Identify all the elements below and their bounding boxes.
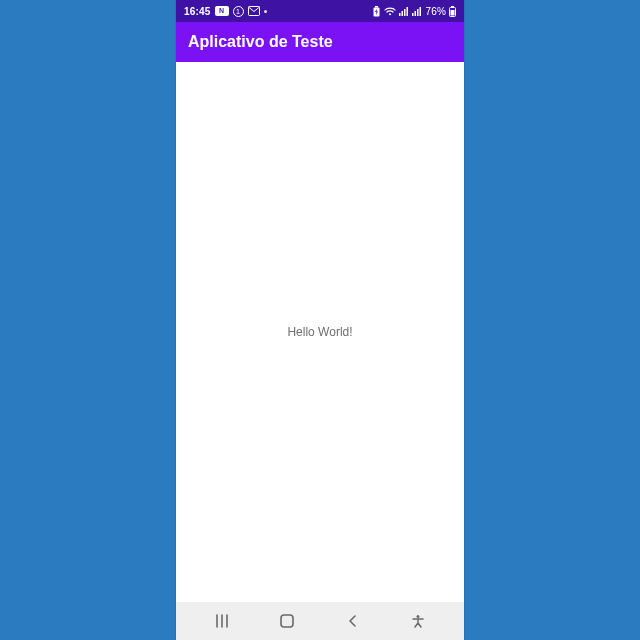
svg-rect-4 [399,13,401,16]
accessibility-icon [411,614,425,628]
app-content: Hello World! [176,62,464,602]
svg-rect-8 [412,13,414,16]
notification-count-icon: 1 [233,6,244,17]
svg-rect-2 [375,6,378,8]
nav-accessibility-button[interactable] [398,606,438,636]
nfc-icon: N [215,6,229,16]
svg-rect-10 [417,9,419,16]
home-icon [279,613,295,629]
mail-icon [248,6,260,16]
battery-saver-icon [372,6,381,17]
svg-rect-13 [451,6,454,8]
battery-percent: 76% [425,6,446,17]
status-right: 76% [372,6,456,17]
system-nav-bar [176,602,464,640]
stage-background: 16:45 N 1 [0,0,640,640]
status-time: 16:45 [184,6,211,17]
svg-rect-18 [281,615,293,627]
wifi-icon [384,7,396,16]
svg-point-19 [417,615,420,618]
back-icon [346,614,360,628]
svg-rect-6 [404,9,406,16]
app-title: Aplicativo de Teste [188,33,333,51]
signal-1-icon [399,7,409,16]
nav-recents-button[interactable] [202,606,242,636]
svg-point-3 [389,13,391,15]
nav-back-button[interactable] [333,606,373,636]
more-notifications-icon [264,10,267,13]
phone-frame: 16:45 N 1 [176,0,464,640]
svg-rect-11 [420,7,422,16]
battery-icon [449,6,456,17]
status-bar: 16:45 N 1 [176,0,464,22]
app-bar: Aplicativo de Teste [176,22,464,62]
svg-rect-7 [407,7,409,16]
signal-2-icon [412,7,422,16]
hello-text: Hello World! [287,325,352,339]
svg-rect-5 [402,11,404,16]
recents-icon [214,614,230,628]
status-left: 16:45 N 1 [184,6,372,17]
svg-rect-14 [451,10,455,16]
nav-home-button[interactable] [267,606,307,636]
svg-rect-9 [415,11,417,16]
